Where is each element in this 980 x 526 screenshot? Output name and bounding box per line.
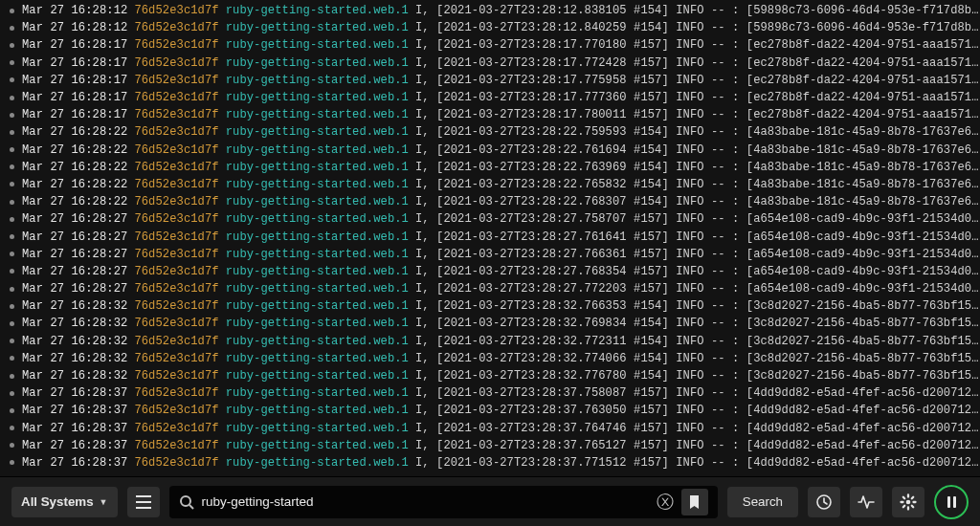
log-commit-hash: 76d52e3c1d7f bbox=[134, 212, 218, 226]
log-dyno: ruby-getting-started.web.1 bbox=[226, 178, 409, 191]
status-dot-icon bbox=[10, 391, 14, 396]
log-row[interactable]: Mar 27 16:28:3276d52e3c1d7fruby-getting-… bbox=[6, 333, 980, 350]
log-row[interactable]: Mar 27 16:28:3276d52e3c1d7fruby-getting-… bbox=[6, 297, 980, 315]
status-dot-icon bbox=[10, 9, 14, 13]
log-timestamp: Mar 27 16:28:27 bbox=[22, 212, 127, 226]
log-timestamp: Mar 27 16:28:27 bbox=[22, 248, 127, 261]
search-icon bbox=[179, 494, 194, 510]
log-timestamp: Mar 27 16:28:17 bbox=[22, 74, 127, 87]
search-field[interactable]: ⓧ bbox=[169, 486, 718, 518]
log-dyno: ruby-getting-started.web.1 bbox=[226, 143, 409, 157]
log-row[interactable]: Mar 27 16:28:1776d52e3c1d7fruby-getting-… bbox=[6, 89, 980, 106]
log-row[interactable]: Mar 27 16:28:1776d52e3c1d7fruby-getting-… bbox=[6, 36, 980, 54]
bookmark-button[interactable] bbox=[681, 489, 708, 515]
log-row[interactable]: Mar 27 16:28:2776d52e3c1d7fruby-getting-… bbox=[6, 263, 980, 280]
log-message: I, [2021-03-27T23:28:27.758707 #157] INF… bbox=[415, 212, 980, 226]
chevron-down-icon: ▼ bbox=[100, 497, 108, 507]
log-dyno: ruby-getting-started.web.1 bbox=[226, 161, 409, 174]
log-commit-hash: 76d52e3c1d7f bbox=[134, 91, 218, 104]
log-message: I, [2021-03-27T23:28:32.776780 #154] INF… bbox=[415, 369, 980, 383]
log-timestamp: Mar 27 16:28:12 bbox=[22, 4, 127, 17]
log-row[interactable]: Mar 27 16:28:2276d52e3c1d7fruby-getting-… bbox=[6, 142, 980, 159]
log-row[interactable]: Mar 27 16:28:3776d52e3c1d7fruby-getting-… bbox=[6, 454, 980, 471]
log-row[interactable]: Mar 27 16:28:1776d52e3c1d7fruby-getting-… bbox=[6, 72, 980, 89]
log-commit-hash: 76d52e3c1d7f bbox=[134, 386, 218, 400]
log-message: I, [2021-03-27T23:28:32.766353 #154] INF… bbox=[415, 299, 980, 313]
log-dyno: ruby-getting-started.web.1 bbox=[226, 282, 409, 296]
status-dot-icon bbox=[10, 96, 14, 100]
history-button[interactable] bbox=[808, 487, 840, 517]
log-row[interactable]: Mar 27 16:28:2276d52e3c1d7fruby-getting-… bbox=[6, 176, 980, 193]
status-dot-icon bbox=[10, 217, 14, 222]
settings-button[interactable] bbox=[892, 487, 924, 517]
log-row[interactable]: Mar 27 16:28:3276d52e3c1d7fruby-getting-… bbox=[6, 367, 980, 384]
status-dot-icon bbox=[10, 113, 14, 118]
log-dyno: ruby-getting-started.web.1 bbox=[226, 352, 409, 365]
status-dot-icon bbox=[10, 408, 14, 413]
clock-icon bbox=[815, 493, 833, 511]
status-dot-icon bbox=[10, 321, 14, 326]
log-commit-hash: 76d52e3c1d7f bbox=[134, 456, 218, 470]
log-commit-hash: 76d52e3c1d7f bbox=[134, 195, 218, 208]
log-row[interactable]: Mar 27 16:28:3776d52e3c1d7fruby-getting-… bbox=[6, 420, 980, 437]
search-button[interactable]: Search bbox=[727, 487, 798, 517]
log-row[interactable]: Mar 27 16:28:2776d52e3c1d7fruby-getting-… bbox=[6, 246, 980, 263]
status-dot-icon bbox=[10, 43, 14, 48]
log-row[interactable]: Mar 27 16:28:3276d52e3c1d7fruby-getting-… bbox=[6, 315, 980, 332]
log-dyno: ruby-getting-started.web.1 bbox=[226, 456, 409, 470]
log-viewport[interactable]: Mar 27 16:28:1276d52e3c1d7fruby-getting-… bbox=[0, 0, 980, 476]
log-commit-hash: 76d52e3c1d7f bbox=[134, 299, 218, 313]
menu-button[interactable] bbox=[127, 487, 160, 517]
status-dot-icon bbox=[10, 164, 14, 169]
systems-dropdown[interactable]: All Systems ▼ bbox=[11, 487, 118, 517]
log-timestamp: Mar 27 16:28:22 bbox=[22, 178, 127, 191]
log-message: I, [2021-03-27T23:28:17.780011 #157] INF… bbox=[415, 108, 980, 121]
log-commit-hash: 76d52e3c1d7f bbox=[134, 248, 218, 261]
log-commit-hash: 76d52e3c1d7f bbox=[134, 56, 218, 70]
log-row[interactable]: Mar 27 16:28:1276d52e3c1d7fruby-getting-… bbox=[6, 19, 980, 36]
log-row[interactable]: Mar 27 16:28:1776d52e3c1d7fruby-getting-… bbox=[6, 106, 980, 123]
status-dot-icon bbox=[10, 339, 14, 343]
clear-icon[interactable]: ⓧ bbox=[657, 491, 674, 514]
log-timestamp: Mar 27 16:28:27 bbox=[22, 230, 127, 244]
log-commit-hash: 76d52e3c1d7f bbox=[134, 422, 218, 435]
log-row[interactable]: Mar 27 16:28:2776d52e3c1d7fruby-getting-… bbox=[6, 280, 980, 297]
log-dyno: ruby-getting-started.web.1 bbox=[226, 439, 409, 452]
pause-tail-button[interactable] bbox=[934, 485, 969, 519]
log-message: I, [2021-03-27T23:28:22.765832 #154] INF… bbox=[415, 178, 980, 191]
log-dyno: ruby-getting-started.web.1 bbox=[226, 422, 409, 435]
log-timestamp: Mar 27 16:28:32 bbox=[22, 317, 127, 330]
log-dyno: ruby-getting-started.web.1 bbox=[226, 108, 409, 121]
search-input[interactable] bbox=[202, 494, 649, 509]
log-commit-hash: 76d52e3c1d7f bbox=[134, 369, 218, 383]
log-commit-hash: 76d52e3c1d7f bbox=[134, 404, 218, 417]
log-row[interactable]: Mar 27 16:28:2776d52e3c1d7fruby-getting-… bbox=[6, 210, 980, 228]
log-dyno: ruby-getting-started.web.1 bbox=[226, 230, 409, 244]
log-commit-hash: 76d52e3c1d7f bbox=[134, 265, 218, 278]
log-timestamp: Mar 27 16:28:37 bbox=[22, 422, 127, 435]
log-dyno: ruby-getting-started.web.1 bbox=[226, 212, 409, 226]
log-commit-hash: 76d52e3c1d7f bbox=[134, 21, 218, 34]
status-dot-icon bbox=[10, 200, 14, 205]
log-row[interactable]: Mar 27 16:28:1276d52e3c1d7fruby-getting-… bbox=[6, 2, 980, 19]
log-timestamp: Mar 27 16:28:32 bbox=[22, 352, 127, 365]
activity-button[interactable] bbox=[850, 487, 882, 517]
log-row[interactable]: Mar 27 16:28:2276d52e3c1d7fruby-getting-… bbox=[6, 159, 980, 176]
pause-icon bbox=[947, 496, 956, 508]
log-row[interactable]: Mar 27 16:28:2276d52e3c1d7fruby-getting-… bbox=[6, 193, 980, 210]
log-commit-hash: 76d52e3c1d7f bbox=[134, 4, 218, 17]
log-dyno: ruby-getting-started.web.1 bbox=[226, 195, 409, 208]
log-row[interactable]: Mar 27 16:28:3276d52e3c1d7fruby-getting-… bbox=[6, 350, 980, 367]
log-row[interactable]: Mar 27 16:28:1776d52e3c1d7fruby-getting-… bbox=[6, 55, 980, 72]
log-row[interactable]: Mar 27 16:28:3776d52e3c1d7fruby-getting-… bbox=[6, 402, 980, 419]
log-message: I, [2021-03-27T23:28:22.763969 #154] INF… bbox=[415, 161, 980, 174]
log-commit-hash: 76d52e3c1d7f bbox=[134, 178, 218, 191]
log-row[interactable]: Mar 27 16:28:2276d52e3c1d7fruby-getting-… bbox=[6, 123, 980, 141]
log-row[interactable]: Mar 27 16:28:3776d52e3c1d7fruby-getting-… bbox=[6, 437, 980, 454]
svg-line-1 bbox=[189, 505, 193, 509]
activity-icon bbox=[858, 493, 875, 511]
log-message: I, [2021-03-27T23:28:17.772428 #157] INF… bbox=[415, 56, 980, 70]
log-row[interactable]: Mar 27 16:28:2776d52e3c1d7fruby-getting-… bbox=[6, 228, 980, 245]
status-dot-icon bbox=[10, 147, 14, 152]
log-row[interactable]: Mar 27 16:28:3776d52e3c1d7fruby-getting-… bbox=[6, 384, 980, 402]
